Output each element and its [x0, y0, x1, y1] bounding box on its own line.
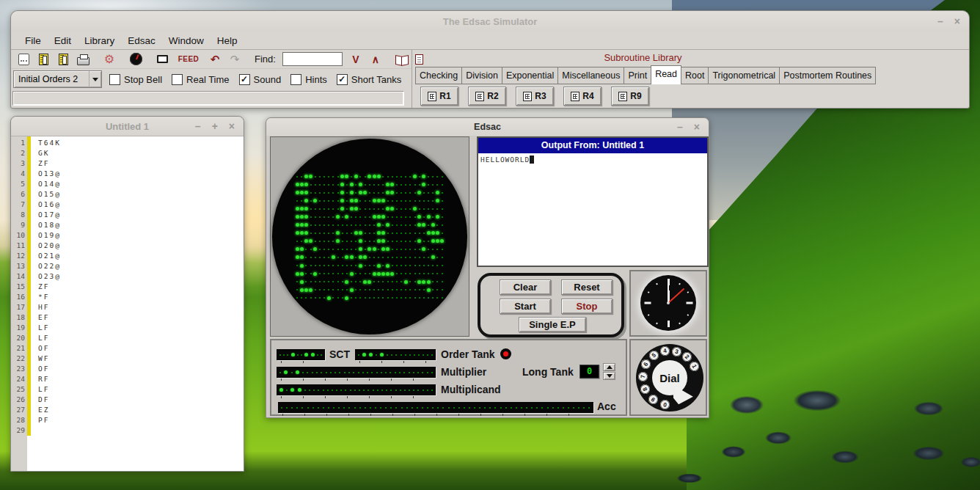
minimize-icon[interactable]: – — [195, 121, 201, 131]
library-button-r2[interactable]: R2 — [468, 87, 506, 106]
multiplier-label: Multiplier — [441, 366, 486, 378]
start-button[interactable]: Start — [500, 299, 551, 314]
dim-dot — [442, 297, 443, 299]
dim-dot — [378, 289, 379, 290]
dim-dot — [401, 176, 402, 178]
redo-icon[interactable]: ↷ — [228, 52, 241, 67]
library-button-r9[interactable]: R9 — [611, 87, 649, 106]
dim-dot — [390, 390, 392, 391]
clock-button[interactable] — [129, 52, 142, 67]
triangle-down-icon — [607, 374, 612, 378]
dial-digit-4[interactable]: 4 — [659, 345, 670, 356]
initial-orders-dropdown[interactable]: Initial Orders 2 — [13, 70, 102, 88]
dim-dot — [417, 407, 418, 409]
dim-dot — [431, 372, 433, 373]
spinner-up-button[interactable] — [603, 363, 615, 371]
dim-dot — [409, 208, 411, 210]
line-number-gutter: 1234567891011121314151617181920212223242… — [11, 136, 27, 471]
maximize-icon[interactable]: + — [212, 121, 218, 131]
open-button[interactable] — [37, 52, 50, 67]
dim-dot — [332, 216, 334, 218]
stop-button[interactable]: Stop — [561, 299, 612, 314]
dim-dot — [405, 200, 406, 202]
dim-dot — [309, 390, 310, 391]
minimize-icon[interactable]: – — [937, 16, 943, 26]
crt-display — [272, 139, 467, 334]
tab-postmortem-routines[interactable]: Postmortem Routines — [779, 67, 876, 84]
menu-item-edsac[interactable]: Edsac — [121, 33, 162, 48]
dial-digit-5[interactable]: 5 — [648, 349, 661, 362]
main-titlebar[interactable]: The Edsac Simulator – × — [11, 11, 969, 32]
dim-dot — [396, 200, 398, 202]
editor-titlebar[interactable]: Untitled 1 – + × — [11, 117, 244, 136]
library-button-r3[interactable]: R3 — [516, 87, 554, 106]
tab-root[interactable]: Root — [681, 67, 709, 84]
settings-button[interactable]: ⚙ — [103, 52, 116, 67]
tab-miscellaneous[interactable]: Miscellaneous — [557, 67, 624, 84]
dim-dot — [395, 354, 397, 356]
find-prev-button[interactable]: ∧ — [369, 52, 382, 67]
dim-dot — [328, 249, 329, 250]
checkbox-short-tanks[interactable]: ✓Short Tanks — [337, 74, 401, 85]
dim-dot — [301, 176, 302, 178]
close-icon[interactable]: × — [954, 16, 960, 26]
dial-digit-0[interactable]: 0 — [659, 399, 670, 410]
dim-dot — [302, 372, 304, 373]
code-area[interactable]: T64KGKZFO13@O14@O15@O16@O17@O18@O19@O20@… — [31, 136, 244, 471]
dim-dot — [319, 281, 321, 282]
edsac-titlebar[interactable]: Edsac – × — [266, 118, 709, 136]
find-input[interactable] — [282, 52, 343, 66]
checkbox-sound[interactable]: ✓Sound — [239, 74, 282, 85]
checkbox-label: Sound — [254, 74, 282, 85]
tab-print[interactable]: Print — [624, 67, 651, 84]
tab-read[interactable]: Read — [651, 65, 681, 84]
menu-item-edit[interactable]: Edit — [48, 33, 78, 48]
clear-button[interactable]: Clear — [500, 279, 551, 295]
screen-icon — [157, 55, 168, 63]
feed-button[interactable]: FEED — [182, 52, 195, 67]
checkbox-real-time[interactable]: Real Time — [172, 74, 230, 85]
single-ep-button[interactable]: Single E.P — [519, 317, 586, 332]
dial-digit-1[interactable]: 1 — [688, 360, 701, 373]
tab-trigonometrical[interactable]: Trigonometrical — [708, 67, 780, 84]
line-number: 25 — [11, 384, 25, 395]
library-button-r1[interactable]: R1 — [420, 87, 458, 106]
dim-dot — [310, 192, 312, 194]
find-next-button[interactable]: V — [349, 52, 362, 67]
new-document-button[interactable] — [17, 52, 30, 67]
print-button[interactable] — [76, 52, 89, 67]
library-button-label: R3 — [535, 91, 546, 101]
dial-digit-3[interactable]: 3 — [671, 345, 683, 357]
screen-button[interactable] — [156, 52, 169, 67]
close-icon[interactable]: × — [229, 121, 235, 131]
reset-button[interactable]: Reset — [561, 279, 612, 295]
menu-item-library[interactable]: Library — [78, 33, 121, 48]
checkbox-stop-bell[interactable]: Stop Bell — [109, 74, 162, 85]
tab-division[interactable]: Division — [461, 67, 502, 84]
save-button[interactable] — [56, 52, 70, 67]
spinner-down-button[interactable] — [603, 372, 615, 380]
bright-dot — [336, 239, 340, 243]
checkbox-hints[interactable]: Hints — [290, 74, 327, 85]
menu-item-file[interactable]: File — [18, 33, 48, 48]
line-number: 29 — [11, 425, 25, 436]
bright-dot — [350, 191, 354, 194]
menu-item-window[interactable]: Window — [162, 33, 211, 48]
minimize-icon[interactable]: – — [677, 122, 683, 132]
library-button-r4[interactable]: R4 — [563, 87, 601, 106]
undo-icon[interactable]: ↶ — [208, 52, 222, 67]
library-book-button[interactable] — [395, 52, 409, 67]
rotary-dial[interactable]: Dial 1234567890 — [636, 344, 703, 412]
dial-digit-7[interactable]: 7 — [637, 371, 648, 381]
dial-digit-8[interactable]: 8 — [639, 383, 651, 395]
dim-dot — [319, 192, 321, 194]
tab-exponential[interactable]: Exponential — [502, 67, 558, 84]
dial-digit-9[interactable]: 9 — [646, 392, 659, 406]
bright-dot — [359, 239, 362, 243]
dim-dot — [348, 407, 350, 409]
bright-dot — [345, 296, 348, 300]
tab-checking[interactable]: Checking — [415, 67, 462, 84]
menu-item-help[interactable]: Help — [211, 33, 244, 48]
dim-dot — [359, 281, 361, 282]
close-icon[interactable]: × — [694, 122, 700, 132]
